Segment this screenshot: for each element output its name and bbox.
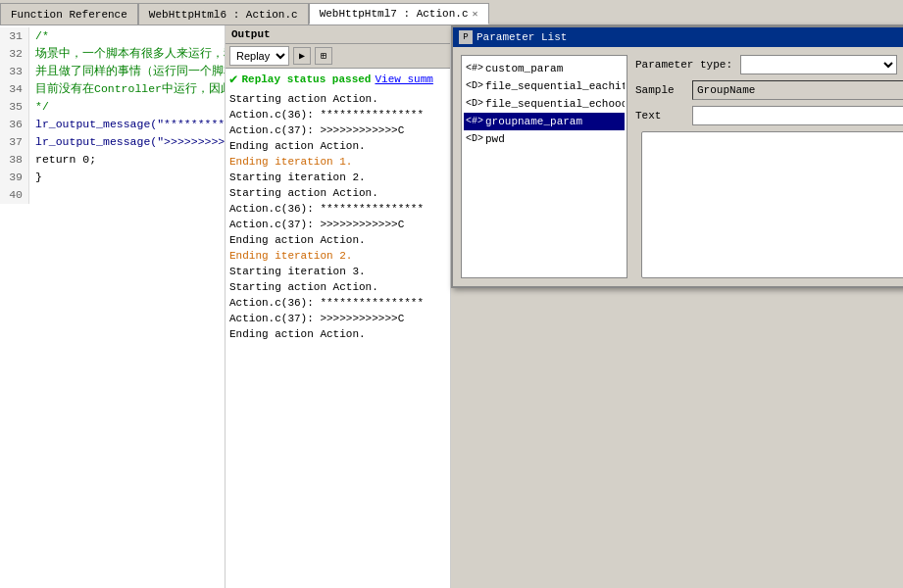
tab-bar: Function Reference WebHttpHtml6 : Action… xyxy=(0,0,903,25)
output-header: Output xyxy=(226,25,450,44)
tree-panel: <#>custom_param<D>file_sequential_eachit… xyxy=(461,55,627,278)
log-line: Ending action Action. xyxy=(229,138,446,154)
code-line: 34目前没有在Controller中运行，因此获得的是None xyxy=(0,80,225,98)
code-line: 40 xyxy=(0,186,225,204)
log-line: Ending iteration 2. xyxy=(229,248,446,264)
text-input[interactable] xyxy=(692,106,903,125)
output-toolbar: ReplayAllError ▶ ⊞ xyxy=(226,44,450,69)
tree-item[interactable]: <#>groupname_param xyxy=(464,113,625,130)
log-line: Action.c(37): >>>>>>>>>>>>C xyxy=(229,311,446,326)
tab-label: WebHttpHtml6 : Action.c xyxy=(149,9,298,21)
parameter-list-dialog: P Parameter List ? ✕ <#>custom_param<D>f… xyxy=(451,25,903,288)
dialog-title-left: P Parameter List xyxy=(459,30,567,44)
log-line: Starting action Action. xyxy=(229,91,446,107)
log-line: Ending action Action. xyxy=(229,232,446,248)
line-code xyxy=(29,186,35,204)
code-line: 38return 0; xyxy=(0,151,225,169)
main-area: 31/*32场景中，一个脚本有很多人来运行，称这个团体Group Name，也就… xyxy=(0,25,903,588)
dialog-body: <#>custom_param<D>file_sequential_eachit… xyxy=(453,47,903,286)
line-number: 36 xyxy=(0,116,29,133)
tree-item-icon: <#> xyxy=(466,113,483,130)
param-type-row: Parameter type: xyxy=(635,55,903,74)
tree-item-icon: <D> xyxy=(466,130,483,148)
log-line: Starting iteration 3. xyxy=(229,264,446,279)
toolbar-button-1[interactable]: ▶ xyxy=(293,47,311,65)
dialog-title: Parameter List xyxy=(477,31,567,43)
line-number: 33 xyxy=(0,63,29,80)
output-title: Output xyxy=(231,28,271,40)
sample-row: Sample GroupName xyxy=(635,80,903,100)
tab-close-icon[interactable]: ✕ xyxy=(472,8,477,20)
format-list[interactable] xyxy=(641,131,903,278)
tree-item-label: pwd xyxy=(485,130,505,148)
text-row: Text xyxy=(635,106,903,125)
text-label: Text xyxy=(635,110,684,122)
tab-label: WebHttpHtml7 : Action.c xyxy=(320,8,469,20)
line-number: 31 xyxy=(0,27,29,45)
tab-webhtmlaction7[interactable]: WebHttpHtml7 : Action.c ✕ xyxy=(309,3,489,24)
line-code: */ xyxy=(29,98,49,116)
code-line: 33并且做了同样的事情（运行同一个脚本）。通过这个参数，可以在脚本里面获得当前脚… xyxy=(0,63,225,80)
tab-function-reference[interactable]: Function Reference xyxy=(0,3,138,24)
tree-item-icon: <D> xyxy=(466,77,483,95)
tree-item-icon: <D> xyxy=(466,95,483,113)
tree-item-label: file_sequential_echooccur xyxy=(485,95,625,113)
line-number: 39 xyxy=(0,169,29,186)
code-panel: 31/*32场景中，一个脚本有很多人来运行，称这个团体Group Name，也就… xyxy=(0,25,226,588)
tree-item[interactable]: <#>custom_param xyxy=(464,60,625,77)
log-line: Action.c(37): >>>>>>>>>>>>C xyxy=(229,122,446,138)
tree-item[interactable]: <D>file_sequential_eachiterati xyxy=(464,77,625,95)
tree-item[interactable]: <D>file_sequential_echooccur xyxy=(464,95,625,113)
line-number: 38 xyxy=(0,151,29,169)
tree-item[interactable]: <D>pwd xyxy=(464,130,625,148)
line-code: return 0; xyxy=(29,151,96,169)
log-line: Ending action Action. xyxy=(229,326,446,342)
dialog-titlebar: P Parameter List ? ✕ xyxy=(453,27,903,47)
code-content: 31/*32场景中，一个脚本有很多人来运行，称这个团体Group Name，也就… xyxy=(0,25,225,206)
tab-label: Function Reference xyxy=(11,9,127,21)
log-line: Starting iteration 2. xyxy=(229,170,446,185)
line-code: lr_output_message(">>>>>>>>>>>>GroupName… xyxy=(29,133,225,151)
tree-item-label: custom_param xyxy=(485,60,563,77)
param-type-label: Parameter type: xyxy=(635,59,732,71)
line-code: 目前没有在Controller中运行，因此获得的是None xyxy=(29,80,225,98)
log-line: Starting action Action. xyxy=(229,279,446,295)
tab-webhtmlaction6[interactable]: WebHttpHtml6 : Action.c xyxy=(138,3,309,24)
status-bar: ✔ Replay status passed View summ xyxy=(226,69,450,89)
tree-item-icon: <#> xyxy=(466,60,483,77)
line-number: 34 xyxy=(0,80,29,98)
replay-select[interactable]: ReplayAllError xyxy=(229,46,289,66)
log-line: Action.c(36): **************** xyxy=(229,107,446,122)
tree-item-label: groupname_param xyxy=(485,113,582,130)
code-line: 32场景中，一个脚本有很多人来运行，称这个团体Group Name，也就是指这一… xyxy=(0,45,225,63)
line-code: 并且做了同样的事情（运行同一个脚本）。通过这个参数，可以在脚本里面获得当前脚本所… xyxy=(29,63,225,80)
status-icon: ✔ xyxy=(229,71,237,87)
code-line: 31/* xyxy=(0,27,225,45)
code-line: 37lr_output_message(">>>>>>>>>>>>GroupNa… xyxy=(0,133,225,151)
log-line: Action.c(37): >>>>>>>>>>>>C xyxy=(229,217,446,232)
tree-item-label: file_sequential_eachiterati xyxy=(485,77,625,95)
log-line: Starting action Action. xyxy=(229,185,446,201)
view-summary-link[interactable]: View summ xyxy=(375,74,432,85)
line-code: 场景中，一个脚本有很多人来运行，称这个团体Group Name，也就是指这一个组… xyxy=(29,45,225,63)
sample-value: GroupName xyxy=(692,80,903,100)
line-code: /* xyxy=(29,27,49,45)
format-area: 01、02...代表字符串的位数，即组名的长度 xyxy=(635,131,903,278)
log-line: Action.c(36): **************** xyxy=(229,201,446,217)
sample-label: Sample xyxy=(635,84,684,96)
format-list-container: 01、02...代表字符串的位数，即组名的长度 xyxy=(641,131,903,278)
line-code: } xyxy=(29,169,42,186)
line-number: 35 xyxy=(0,98,29,116)
line-number: 37 xyxy=(0,133,29,151)
code-line: 36lr_output_message("*******************… xyxy=(0,116,225,133)
output-panel: Output ReplayAllError ▶ ⊞ ✔ Replay statu… xyxy=(226,25,451,588)
dialog-icon: P xyxy=(459,30,473,44)
log-line: Ending iteration 1. xyxy=(229,154,446,170)
log-line: Action.c(36): **************** xyxy=(229,295,446,311)
param-type-select[interactable] xyxy=(740,55,897,74)
line-code: lr_output_message("*********************… xyxy=(29,116,225,133)
code-line: 39} xyxy=(0,169,225,186)
line-number: 40 xyxy=(0,186,29,204)
output-log: Starting action Action.Action.c(36): ***… xyxy=(226,89,450,588)
toolbar-button-2[interactable]: ⊞ xyxy=(315,47,332,65)
